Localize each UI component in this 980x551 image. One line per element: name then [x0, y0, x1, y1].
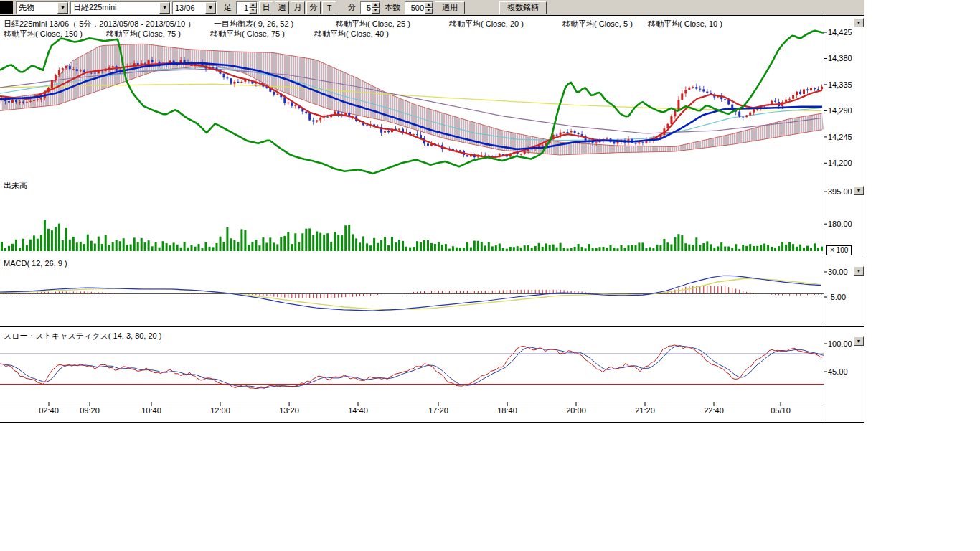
bar-count-value: 500	[405, 4, 425, 12]
tick-bar-button[interactable]: T	[322, 1, 336, 14]
daily-bar-button[interactable]: 日	[259, 1, 273, 14]
y-axis-label: 45.00	[828, 367, 848, 376]
contract-month-dropdown[interactable]: 13/06 ▼	[172, 1, 217, 14]
y-axis-label: 30.00	[828, 268, 848, 276]
y-axis-label: 100.00	[828, 339, 852, 348]
chart-application-window: 先物 ▼ 日経225mini ▼ 13/06 ▼ 足 1 ▲▼ 日 週 月 分 …	[0, 0, 980, 551]
weekly-bar-button[interactable]: 週	[275, 1, 289, 14]
main-toolbar: 先物 ▼ 日経225mini ▼ 13/06 ▼ 足 1 ▲▼ 日 週 月 分 …	[0, 0, 864, 16]
chevron-down-icon[interactable]: ▼	[205, 2, 216, 14]
y-axis-label: 395.00	[828, 187, 852, 196]
spin-down-icon[interactable]: ▼	[249, 8, 257, 14]
multi-symbol-button[interactable]: 複数銘柄	[499, 1, 547, 14]
x-axis-label: 02:40	[39, 406, 59, 415]
market-category-dropdown[interactable]: 先物 ▼	[16, 1, 69, 14]
legend-ma-close-20: 移動平均( Close, 20 )	[449, 19, 524, 29]
bar-count-spinner[interactable]: 500 ▲▼	[405, 1, 433, 14]
spin-up-icon[interactable]: ▲	[372, 2, 380, 8]
chevron-down-icon[interactable]: ▼	[159, 2, 170, 14]
minute-interval-value: 5	[361, 4, 372, 12]
x-axis-label: 22:40	[704, 406, 724, 415]
price-chart-canvas[interactable]	[0, 0, 868, 430]
x-axis-label: 10:40	[141, 406, 161, 415]
macd-pane-adjust-button[interactable]: ▼	[854, 266, 864, 276]
bar-type-label: 足	[224, 2, 232, 13]
x-axis-label: 20:00	[566, 406, 586, 415]
stoch-pane-label: スロー・ストキャスティクス( 14, 3, 80, 20 )	[4, 331, 161, 342]
x-axis-label: 21:20	[635, 406, 655, 415]
y-axis-label: 14,290	[828, 106, 852, 115]
minute-interval-spinner[interactable]: 5 ▲▼	[360, 1, 380, 14]
price-pane-adjust-button[interactable]: ▼	[854, 18, 864, 27]
spinner-buttons: ▲▼	[249, 2, 257, 14]
macd-pane-label: MACD( 12, 26, 9 )	[4, 259, 67, 268]
x-axis-label: 12:00	[210, 406, 230, 415]
monthly-bar-button[interactable]: 月	[291, 1, 305, 14]
spinner-buttons: ▲▼	[372, 2, 380, 14]
spin-up-icon[interactable]: ▲	[249, 2, 257, 8]
y-axis-label: -5.00	[828, 293, 846, 301]
legend-ma-close-40: 移動平均( Close, 40 )	[314, 29, 389, 39]
minute-bar-button[interactable]: 分	[306, 1, 321, 14]
x-axis-label: 05/10	[771, 406, 791, 415]
spin-down-icon[interactable]: ▼	[372, 8, 380, 14]
minute-label: 分	[348, 2, 356, 13]
y-axis-label: 14,380	[828, 54, 852, 62]
apply-button[interactable]: 適用	[435, 1, 465, 14]
symbol-value: 日経225mini	[73, 2, 117, 13]
chevron-down-icon[interactable]: ▼	[57, 2, 68, 14]
x-axis-label: 18:40	[497, 406, 517, 415]
spin-down-icon[interactable]: ▼	[425, 8, 433, 14]
x-axis-label: 13:20	[279, 406, 299, 415]
spinner-buttons: ▲▼	[425, 2, 433, 14]
day-interval-value: 1	[237, 4, 249, 12]
x-axis-label: 17:20	[428, 406, 448, 415]
contract-month-value: 13/06	[175, 4, 195, 12]
y-axis-label: 180.00	[828, 220, 852, 228]
y-axis-label: 14,335	[828, 80, 852, 89]
market-category-value: 先物	[19, 2, 34, 13]
y-axis-label: 14,245	[828, 133, 852, 141]
volume-pane-label: 出来高	[4, 180, 27, 191]
legend-ichimoku: 一目均衡表( 9, 26, 52 )	[214, 19, 293, 29]
y-axis-label: 14,425	[828, 28, 852, 37]
volume-pane-adjust-button[interactable]: ▼	[854, 186, 864, 195]
stoch-pane-adjust-button[interactable]: ▼	[854, 336, 864, 346]
symbol-dropdown[interactable]: 日経225mini ▼	[70, 1, 171, 14]
app-menu-icon[interactable]	[0, 1, 13, 14]
legend-ma-close-75a: 移動平均( Close, 75 )	[106, 29, 181, 39]
day-interval-spinner[interactable]: 1 ▲▼	[236, 1, 258, 14]
spin-up-icon[interactable]: ▲	[425, 2, 433, 8]
bar-count-label: 本数	[385, 2, 400, 13]
legend-ma-close-75b: 移動平均( Close, 75 )	[210, 29, 285, 39]
x-axis-label: 14:40	[348, 406, 368, 415]
legend-ma-close-5: 移動平均( Close, 5 )	[562, 19, 633, 29]
y-axis-label: 14,200	[828, 159, 852, 167]
legend-ma-close-25: 移動平均( Close, 25 )	[336, 19, 410, 29]
x-axis-label: 09:20	[80, 406, 100, 415]
legend-ma-close-150: 移動平均( Close, 150 )	[4, 29, 83, 39]
volume-unit-badge: × 100	[826, 245, 852, 255]
legend-ma-close-10: 移動平均( Close, 10 )	[648, 19, 722, 29]
chart-area[interactable]: 日経225mini 13/06（ 5分，2013/05/08 - 2013/05…	[0, 0, 980, 551]
legend-symbol-period: 日経225mini 13/06（ 5分，2013/05/08 - 2013/05…	[4, 19, 195, 29]
